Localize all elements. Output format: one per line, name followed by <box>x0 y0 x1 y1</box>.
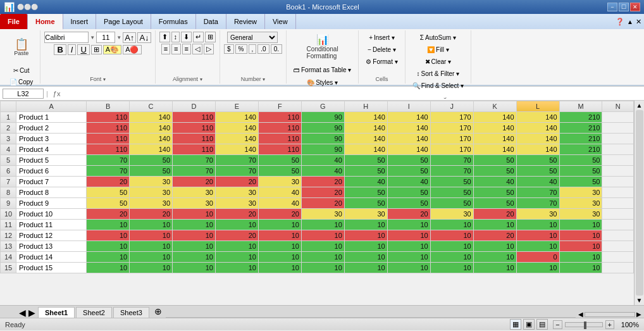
cell-G2[interactable]: 90 <box>301 123 344 134</box>
cell-E7[interactable]: 20 <box>216 177 259 187</box>
cell-L6[interactable]: 50 <box>516 166 559 177</box>
cell-K13[interactable]: 10 <box>473 241 516 252</box>
cell-K3[interactable]: 140 <box>473 134 516 144</box>
cell-C9[interactable]: 30 <box>130 198 173 209</box>
cell-F5[interactable]: 50 <box>258 155 301 166</box>
format-button[interactable]: ⚙ Format ▾ <box>362 56 400 67</box>
close-button[interactable]: ✕ <box>630 3 640 11</box>
cell-J15[interactable]: 10 <box>430 263 473 273</box>
col-header-A[interactable]: A <box>16 101 87 112</box>
cell-K8[interactable]: 50 <box>473 187 516 198</box>
cell-G6[interactable]: 40 <box>301 166 344 177</box>
cell-J6[interactable]: 70 <box>430 166 473 177</box>
font-name-input[interactable] <box>44 32 89 43</box>
bold-button[interactable]: B <box>54 44 66 55</box>
cell-product-8[interactable]: Product 8 <box>16 187 87 198</box>
cell-F1[interactable]: 110 <box>258 112 301 123</box>
cell-I7[interactable]: 40 <box>387 177 430 187</box>
cell-N12[interactable] <box>602 230 634 241</box>
cell-K5[interactable]: 50 <box>473 155 516 166</box>
cell-G5[interactable]: 40 <box>301 155 344 166</box>
cell-N6[interactable] <box>602 166 634 177</box>
cell-J9[interactable]: 50 <box>430 198 473 209</box>
cell-K9[interactable]: 50 <box>473 198 516 209</box>
col-header-B[interactable]: B <box>87 101 130 112</box>
cell-M4[interactable]: 210 <box>559 144 602 155</box>
cell-B1[interactable]: 110 <box>87 112 130 123</box>
cell-D7[interactable]: 20 <box>173 177 216 187</box>
font-size-dropdown[interactable]: ▼ <box>116 35 121 41</box>
cell-E15[interactable]: 10 <box>216 263 259 273</box>
cell-G14[interactable]: 10 <box>301 252 344 263</box>
col-header-I[interactable]: I <box>387 101 430 112</box>
cell-C11[interactable]: 10 <box>130 220 173 230</box>
row-header-13[interactable]: 13 <box>1 241 16 252</box>
cell-F8[interactable]: 40 <box>258 187 301 198</box>
tab-page-layout[interactable]: Page Layout <box>96 14 151 29</box>
cell-B12[interactable]: 10 <box>87 230 130 241</box>
comma-button[interactable]: , <box>249 44 257 54</box>
cell-H14[interactable]: 10 <box>344 252 387 263</box>
tab-insert[interactable]: Insert <box>63 14 97 29</box>
restore-button[interactable]: ☐ <box>619 3 629 11</box>
cell-B8[interactable]: 50 <box>87 187 130 198</box>
cell-L2[interactable]: 140 <box>516 123 559 134</box>
row-header-4[interactable]: 4 <box>1 144 16 155</box>
cell-N7[interactable] <box>602 177 634 187</box>
cell-I14[interactable]: 10 <box>387 252 430 263</box>
cell-K12[interactable]: 20 <box>473 230 516 241</box>
merge-button[interactable]: ⊞ <box>205 32 216 42</box>
cell-I15[interactable]: 10 <box>387 263 430 273</box>
cell-L12[interactable]: 10 <box>516 230 559 241</box>
cell-F4[interactable]: 110 <box>258 144 301 155</box>
cell-J13[interactable]: 10 <box>430 241 473 252</box>
cell-C2[interactable]: 140 <box>130 123 173 134</box>
cell-B11[interactable]: 10 <box>87 220 130 230</box>
cell-L4[interactable]: 140 <box>516 144 559 155</box>
cell-D2[interactable]: 110 <box>173 123 216 134</box>
cell-N5[interactable] <box>602 155 634 166</box>
cell-B10[interactable]: 20 <box>87 209 130 220</box>
cell-H5[interactable]: 50 <box>344 155 387 166</box>
cell-K15[interactable]: 10 <box>473 263 516 273</box>
cell-I12[interactable]: 10 <box>387 230 430 241</box>
indent-decrease-button[interactable]: ◁ <box>192 44 202 54</box>
cell-B15[interactable]: 10 <box>87 263 130 273</box>
cell-product-14[interactable]: Product 14 <box>16 252 87 263</box>
cell-D11[interactable]: 10 <box>173 220 216 230</box>
col-header-D[interactable]: D <box>173 101 216 112</box>
cell-E8[interactable]: 30 <box>216 187 259 198</box>
cell-product-4[interactable]: Product 4 <box>16 144 87 155</box>
cell-product-11[interactable]: Product 11 <box>16 220 87 230</box>
cell-I11[interactable]: 10 <box>387 220 430 230</box>
cell-K14[interactable]: 10 <box>473 252 516 263</box>
cell-N1[interactable] <box>602 112 634 123</box>
border-button[interactable]: ⊞ <box>91 45 102 54</box>
cell-product-12[interactable]: Product 12 <box>16 230 87 241</box>
cell-C10[interactable]: 20 <box>130 209 173 220</box>
function-icon[interactable]: ƒx <box>51 90 63 97</box>
cell-D14[interactable]: 10 <box>173 252 216 263</box>
row-header-9[interactable]: 9 <box>1 198 16 209</box>
scroll-thumb[interactable] <box>636 110 643 296</box>
cell-B7[interactable]: 20 <box>87 177 130 187</box>
cell-M14[interactable]: 10 <box>559 252 602 263</box>
cell-K7[interactable]: 40 <box>473 177 516 187</box>
fill-color-button[interactable]: A🎨 <box>103 45 121 54</box>
cell-H13[interactable]: 10 <box>344 241 387 252</box>
cell-D1[interactable]: 110 <box>173 112 216 123</box>
cell-F2[interactable]: 110 <box>258 123 301 134</box>
cell-L8[interactable]: 70 <box>516 187 559 198</box>
cell-L10[interactable]: 30 <box>516 209 559 220</box>
cell-J11[interactable]: 10 <box>430 220 473 230</box>
cell-F15[interactable]: 10 <box>258 263 301 273</box>
col-header-F[interactable]: F <box>258 101 301 112</box>
sheet-tab-sheet2[interactable]: Sheet2 <box>76 307 112 318</box>
cell-E12[interactable]: 20 <box>216 230 259 241</box>
cell-K10[interactable]: 20 <box>473 209 516 220</box>
cell-styles-button[interactable]: 🎨 Styles ▾ <box>304 77 341 88</box>
cell-K4[interactable]: 140 <box>473 144 516 155</box>
indent-increase-button[interactable]: ▷ <box>204 44 214 54</box>
cell-product-6[interactable]: Product 6 <box>16 166 87 177</box>
cell-E1[interactable]: 140 <box>216 112 259 123</box>
